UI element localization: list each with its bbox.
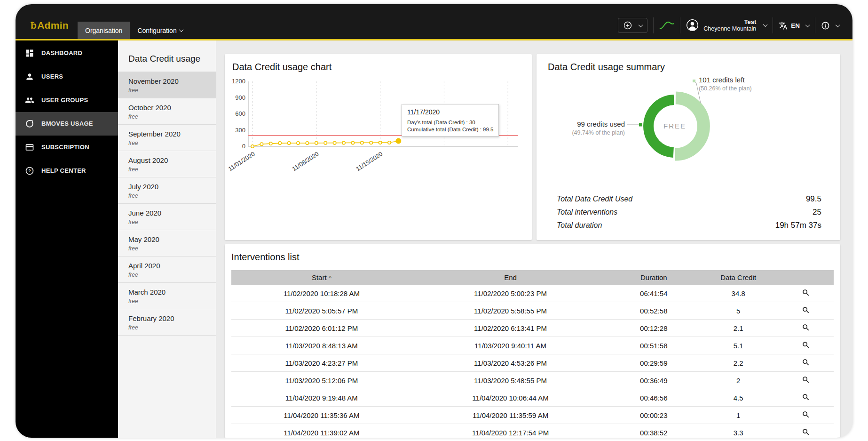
cell-start: 11/04/2020 9:19:48 AM [231,394,412,402]
divider [653,17,654,33]
month-list-item[interactable]: November 2020 free [118,72,216,98]
column-header-duration[interactable]: Duration [609,273,698,281]
summary-total-value: 19h 57m 37s [775,221,821,230]
cell-end: 11/04/2020 12:17:54 PM [412,429,609,437]
tab-configuration[interactable]: Configuration [130,22,190,39]
dashboard-icon [25,48,34,58]
tab-configuration-label: Configuration [137,27,176,34]
month-label: August 2020 [128,156,205,164]
search-icon[interactable] [802,393,810,401]
search-icon[interactable] [802,376,810,384]
summary-total-row: Total interventions 25 [557,208,821,217]
month-label: June 2020 [128,209,205,217]
month-label: April 2020 [128,262,205,270]
sidebar-item-users[interactable]: USERS [16,65,118,88]
cell-start: 11/04/2020 11:39:02 AM [231,429,412,437]
month-label: July 2020 [128,183,205,191]
user-icon [686,19,699,32]
month-list-item[interactable]: May 2020 free [118,230,216,257]
search-icon[interactable] [802,323,810,332]
month-label: May 2020 [128,235,205,243]
summary-total-row: Total Data Credit Used 99.5 [557,194,821,204]
column-header-end[interactable]: End [412,273,609,281]
search-icon[interactable] [802,410,810,419]
month-plan-tag: free [128,324,205,331]
brand-text: Admin [37,20,69,31]
chart-tooltip: 11/17/2020 Day's total (Data Credit) : 3… [402,104,499,136]
search-icon[interactable] [802,289,810,297]
month-list-item[interactable]: July 2020 free [118,177,216,204]
svg-text:11/08/2020: 11/08/2020 [291,150,320,172]
usage-curve-icon[interactable] [659,21,674,30]
interventions-card: Interventions list Start ^ End Duration … [225,244,840,438]
interventions-table: Start ^ End Duration Data Credit 11/02/2… [231,270,834,438]
table-row: 11/04/2020 11:39:02 AM 11/04/2020 12:17:… [231,424,834,438]
table-header: Start ^ End Duration Data Credit [231,270,834,285]
month-list-item[interactable]: February 2020 free [118,309,216,336]
cell-end: 11/02/2020 6:13:41 PM [412,324,609,332]
month-plan-tag: free [128,87,205,94]
month-list-item[interactable]: June 2020 free [118,204,216,230]
divider [815,17,815,33]
month-list-item[interactable]: August 2020 free [118,151,216,177]
summary-totals: Total Data Credit Used 99.5 Total interv… [557,194,821,234]
cell-duration: 00:36:49 [609,377,698,385]
tab-organisation[interactable]: Organisation [78,22,130,39]
users-icon [25,72,34,81]
table-row: 11/03/2020 5:12:06 PM 11/03/2020 5:48:55… [231,372,834,389]
topbar-nav: Organisation Configuration [78,22,190,39]
cell-duration: 00:46:56 [609,394,698,402]
month-plan-tag: free [128,140,205,146]
bmoves-usage-icon [25,119,34,128]
month-plan-tag: free [128,272,205,278]
user-name-bottom: Cheyenne Mountain [703,25,756,32]
month-plan-tag: free [128,219,205,225]
search-icon[interactable] [802,358,810,367]
search-icon[interactable] [802,341,810,349]
credits-left-annotation: 101 credits left (50.26% of the plan) [699,76,752,92]
summary-total-value: 25 [813,208,821,217]
user-menu[interactable]: Test Cheyenne Mountain [686,18,767,32]
month-list-item[interactable]: October 2020 free [118,98,216,125]
sidebar-item-user-groups[interactable]: USER GROUPS [16,88,118,112]
month-plan-tag: free [128,245,205,252]
usage-chart-card: Data Credit usage chart 11/01/202011/08/… [225,54,532,240]
table-row: 11/02/2020 6:01:12 PM 11/02/2020 6:13:41… [231,320,834,337]
tooltip-day-total: Day's total (Data Credit) : 30 [407,120,493,125]
cell-duration: 06:41:54 [609,289,698,297]
table-row: 11/03/2020 8:48:13 AM 11/03/2020 9:40:11… [231,337,834,354]
sidebar-item-bmoves-usage[interactable]: BMOVES USAGE [16,112,118,136]
add-button[interactable] [618,18,647,33]
sidebar-item-subscription[interactable]: SUBSCRIPTION [16,136,118,159]
column-header-start[interactable]: Start ^ [231,273,412,281]
month-plan-tag: free [128,298,205,305]
month-label: March 2020 [128,288,205,296]
svg-text:FREE: FREE [663,122,686,130]
month-panel: Data Credit usage November 2020 free Oct… [118,40,216,438]
month-panel-title: Data Credit usage [118,40,216,72]
cell-data-credit: 2 [698,377,778,385]
column-header-data-credit[interactable]: Data Credit [698,273,778,281]
month-list-item[interactable]: March 2020 free [118,283,216,309]
cell-start: 11/03/2020 5:12:06 PM [231,377,412,385]
subscription-icon [25,143,34,152]
info-menu[interactable] [821,21,839,30]
language-menu[interactable]: EN [779,21,809,30]
language-code: EN [791,22,800,29]
sidebar-item-help-center[interactable]: ? HELP CENTER [16,159,118,183]
search-icon[interactable] [802,428,810,436]
cell-data-credit: 2.1 [698,324,778,332]
cell-end: 11/02/2020 5:00:23 PM [412,289,609,297]
cell-end: 11/02/2020 5:58:55 PM [412,307,609,315]
month-list-item[interactable]: September 2020 free [118,125,216,151]
main-content: Data Credit usage chart 11/01/202011/08/… [216,40,852,438]
add-icon [623,21,632,30]
search-icon[interactable] [802,306,810,314]
month-list-item[interactable]: April 2020 free [118,257,216,283]
tooltip-cumulative-total: Cumulative total (Data Credit) : 99.5 [407,127,493,132]
cell-data-credit: 4.5 [698,394,778,402]
sidebar-item-dashboard[interactable]: DASHBOARD [16,41,118,65]
chevron-down-icon [639,23,643,27]
summary-total-label: Total Data Credit Used [557,195,632,203]
table-body: 11/02/2020 10:18:28 AM 11/02/2020 5:00:2… [231,285,834,438]
